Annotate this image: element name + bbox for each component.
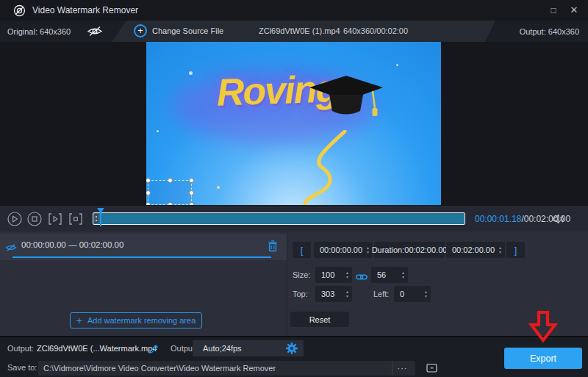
top-value: 303 — [315, 290, 334, 298]
panel-divider — [287, 231, 287, 336]
add-watermark-area-button[interactable]: + Add watermark removing area — [70, 312, 202, 328]
selection-handle[interactable] — [168, 178, 173, 183]
edit-panels: 00:00:00.00 — 00:02:00.00 + Add watermar… — [0, 231, 588, 336]
transport-bar: 00:00:01.18/00:02:00.00 — [0, 206, 588, 231]
set-start-bracket-button[interactable]: [ — [293, 242, 311, 258]
start-time-value: 00:00:00.00 — [314, 245, 362, 254]
duration-box: Duration:00:02:00.00 — [374, 242, 445, 258]
browse-more-button[interactable]: ··· — [392, 361, 412, 376]
sparkle-dot — [217, 186, 220, 189]
source-resolution-duration: 640x360/00:02:00 — [343, 26, 408, 35]
start-time-field[interactable]: 00:00:00.00 ▲▼ — [314, 242, 373, 258]
sparkle-dot — [157, 130, 159, 132]
toolbar: Original: 640x360 + Change Source File Z… — [0, 21, 588, 42]
left-spinner[interactable]: ▲▼ — [424, 290, 428, 298]
size-label: Size: — [293, 270, 310, 279]
selection-handle[interactable] — [168, 202, 173, 205]
start-time-spinner[interactable]: ▲▼ — [366, 246, 370, 254]
size-width-value: 100 — [315, 270, 334, 279]
plus-icon: + — [76, 316, 82, 325]
duration-label: Duration:00:02:00.00 — [372, 245, 448, 254]
maximize-button[interactable]: □ — [545, 4, 562, 17]
segment-timeline-bar — [12, 256, 271, 258]
selection-handle[interactable] — [146, 202, 151, 205]
format-settings-gear-icon[interactable] — [286, 342, 298, 354]
selection-handle[interactable] — [189, 202, 194, 205]
edit-filename-icon[interactable] — [148, 343, 159, 357]
graduation-cap-icon — [309, 76, 383, 126]
watermark-area-row[interactable]: 00:00:00.00 — 00:02:00.00 — [0, 234, 287, 260]
link-dimensions-icon[interactable] — [356, 270, 368, 284]
add-source-icon[interactable]: + — [134, 24, 147, 37]
top-spinner[interactable]: ▲▼ — [345, 290, 349, 298]
left-label: Left: — [373, 290, 389, 298]
reset-button[interactable]: Reset — [290, 312, 349, 327]
output-name-label: Output: — [7, 344, 34, 353]
hide-watermark-eye-icon[interactable] — [5, 242, 17, 255]
play-button[interactable] — [7, 211, 23, 227]
end-time-field[interactable]: 00:02:00.00 ▲▼ — [446, 242, 505, 258]
open-folder-icon[interactable] — [425, 362, 439, 377]
selection-handle[interactable] — [189, 178, 194, 183]
original-info-section: Original: 640x360 — [0, 21, 126, 42]
size-width-field[interactable]: 100 ▲▼ — [315, 267, 352, 283]
title-bar: Video Watermark Remover □ ✕ — [0, 0, 588, 21]
video-preview: Roving — [146, 42, 441, 205]
save-path-field[interactable]: C:\Vidmore\Vidmore Video Converter\Video… — [38, 361, 415, 376]
output-resolution-label: Output: 640x360 — [520, 27, 579, 36]
output-info-section: Output: 640x360 — [485, 21, 588, 42]
left-value: 0 — [394, 290, 404, 298]
watermark-squiggle — [283, 130, 356, 205]
watermark-time-range: 00:00:00.00 — 00:02:00.00 — [21, 240, 123, 249]
app-logo-icon — [13, 4, 26, 20]
end-time-value: 00:02:00.00 — [446, 245, 495, 254]
delete-area-icon[interactable] — [268, 240, 278, 255]
size-height-spinner[interactable]: ▲▼ — [401, 271, 405, 279]
stop-button[interactable] — [26, 211, 43, 227]
selection-handle[interactable] — [146, 178, 151, 183]
stop-segment-button[interactable] — [68, 212, 84, 229]
selection-handle[interactable] — [146, 190, 151, 195]
export-button[interactable]: Export — [504, 348, 582, 369]
set-end-bracket-button[interactable]: ] — [506, 242, 525, 258]
size-width-spinner[interactable]: ▲▼ — [345, 271, 349, 279]
format-value: Auto;24fps — [193, 344, 242, 353]
playhead-line — [100, 209, 101, 226]
add-area-label: Add watermark removing area — [87, 316, 196, 325]
source-filename: ZCl69dVtW0E (1).mp4 — [259, 26, 340, 35]
top-field[interactable]: 303 ▲▼ — [315, 286, 352, 302]
save-path-value: C:\Vidmore\Vidmore Video Converter\Video… — [38, 364, 276, 373]
play-segment-button[interactable] — [47, 212, 63, 229]
footer-bar: Output: ZCl69dVtW0E (...Watermark.mp4 Ou… — [0, 336, 588, 377]
selection-handle[interactable] — [189, 190, 194, 195]
watermark-selection-box[interactable] — [148, 180, 192, 205]
volume-icon[interactable] — [553, 214, 565, 227]
output-filename: ZCl69dVtW0E (...Watermark.mp4 — [37, 344, 157, 353]
current-time: 00:00:01.18 — [475, 214, 521, 224]
end-time-spinner[interactable]: ▲▼ — [498, 246, 502, 254]
left-field[interactable]: 0 ▲▼ — [394, 286, 431, 302]
app-title: Video Watermark Remover — [32, 5, 138, 15]
close-button[interactable]: ✕ — [566, 4, 582, 17]
size-height-value: 56 — [371, 270, 386, 279]
original-resolution-label: Original: 640x360 — [7, 27, 71, 36]
preview-original-eye-icon[interactable] — [87, 26, 103, 37]
size-height-field[interactable]: 56 ▲▼ — [371, 267, 408, 283]
format-dropdown[interactable]: Auto;24fps — [193, 340, 304, 356]
change-source-file-button[interactable]: Change Source File — [152, 26, 223, 35]
sparkle-dot — [396, 64, 398, 66]
timeline-slider[interactable] — [93, 212, 465, 225]
timeline-grip[interactable] — [94, 214, 98, 223]
top-label: Top: — [293, 290, 308, 298]
save-to-label: Save to: — [7, 363, 37, 372]
